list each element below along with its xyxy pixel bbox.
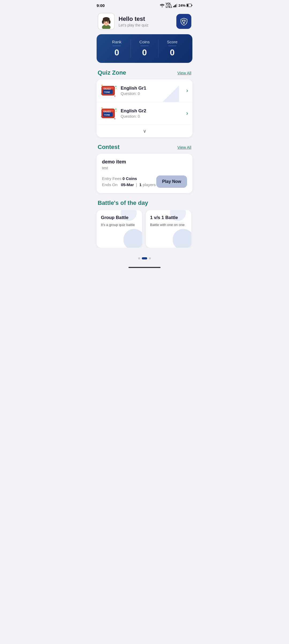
contest-fees: Entry Fees 0 Coins [102, 176, 156, 181]
svg-point-35 [101, 108, 102, 109]
score-stat: Score 0 [158, 40, 186, 57]
entry-fees-label: Entry Fees [102, 176, 121, 181]
quizz-logo-1: QUIZZ TONE [101, 84, 117, 98]
quiz-item-english-gr1[interactable]: QUIZZ TONE English Gr1 Question: 0 › [97, 79, 192, 102]
contest-title: Contest [98, 144, 120, 151]
battle-card-1v1[interactable]: 1 v/s 1 Battle Battle with one on one [146, 210, 191, 248]
score-label: Score [167, 40, 177, 44]
dot-1 [138, 257, 140, 259]
svg-line-28 [116, 88, 117, 89]
contest-view-all[interactable]: View All [177, 145, 191, 150]
separator: | [136, 182, 137, 187]
dot-2-active [142, 257, 147, 259]
subtitle: Let's play the quiz [119, 23, 149, 27]
svg-point-26 [115, 86, 116, 87]
battle-card-desc-group: It's a group quiz battle [101, 223, 138, 227]
header: Hello test Let's play the quiz [92, 10, 197, 34]
chevron-right-1: › [186, 87, 188, 94]
svg-point-37 [114, 118, 115, 119]
svg-point-17 [108, 22, 109, 24]
battle-card-name-group: Group Battle [101, 215, 138, 220]
contest-item-title: demo item [102, 159, 187, 165]
svg-text:TONE: TONE [104, 91, 110, 93]
svg-rect-1 [174, 5, 175, 7]
rank-label: Rank [112, 40, 121, 44]
svg-point-27 [114, 95, 115, 97]
signal-bars-icon [173, 3, 177, 7]
rank-value: 0 [114, 48, 119, 57]
svg-line-29 [101, 93, 101, 94]
ends-on-label: Ends On [102, 182, 117, 187]
dot-3 [149, 257, 151, 259]
contest-item-subtitle: test [102, 166, 187, 170]
greeting: Hello test [119, 16, 149, 22]
status-bar: 9:00 VOLLTE1 24% [92, 0, 197, 10]
quiz-zone-title: Quiz Zone [98, 69, 126, 76]
expand-quiz-button[interactable]: ∨ [97, 125, 192, 137]
play-now-button[interactable]: Play Now [156, 175, 187, 188]
status-time: 9:00 [97, 3, 105, 8]
home-indicator [92, 265, 197, 271]
quiz-item-english-gr2[interactable]: QUIZZ TONE English Gr2 Question: 0 › [97, 102, 192, 125]
avatar-image [99, 14, 114, 29]
svg-text:TONE: TONE [104, 114, 110, 116]
quizz-logo-2: QUIZZ TONE [101, 106, 117, 120]
svg-rect-2 [175, 5, 176, 7]
battles-scroll: Group Battle It's a group quiz battle 1 … [92, 210, 197, 248]
chevron-right-2: › [186, 110, 188, 117]
svg-point-36 [115, 109, 116, 110]
dot-indicators [92, 254, 197, 265]
battles-section: Battle's of the day Group Battle It's a … [92, 200, 197, 248]
quiz-list: QUIZZ TONE English Gr1 Question: 0 › [97, 79, 192, 137]
svg-rect-6 [192, 5, 192, 6]
header-left: Hello test Let's play the quiz [98, 13, 149, 30]
corner-deco-1 [160, 79, 179, 102]
contest-section: Contest View All demo item test Entry Fe… [92, 144, 197, 193]
players-label: players [143, 182, 155, 187]
status-icons: VOLLTE1 24% [160, 2, 192, 8]
quiz-zone-section: Quiz Zone View All QUIZZ TONE [92, 69, 197, 137]
svg-point-16 [104, 22, 105, 24]
svg-rect-0 [173, 6, 174, 7]
contest-bottom: Entry Fees 0 Coins Ends On 05-Mar | 1 pl… [102, 175, 187, 188]
contest-ends: Ends On 05-Mar | 1 players [102, 182, 156, 187]
coins-label: Coins [139, 40, 150, 44]
trophy-button[interactable] [176, 14, 191, 29]
svg-line-39 [101, 116, 101, 117]
avatar [98, 13, 115, 30]
contest-card: demo item test Entry Fees 0 Coins Ends O… [97, 154, 192, 193]
quiz-zone-view-all[interactable]: View All [177, 71, 191, 75]
battle-deco-1 [123, 229, 142, 248]
svg-line-38 [116, 111, 117, 112]
players-count: 1 [139, 182, 142, 187]
svg-rect-5 [187, 4, 188, 6]
coins-value: 0 [142, 48, 147, 57]
rank-divider [113, 46, 121, 46]
coins-stat: Coins 0 [131, 40, 159, 57]
contest-meta: Entry Fees 0 Coins Ends On 05-Mar | 1 pl… [102, 176, 156, 187]
rank-stat: Rank 0 [103, 40, 131, 57]
quiz-info-2: English Gr2 Question: 0 [121, 108, 182, 118]
header-text: Hello test Let's play the quiz [119, 16, 149, 27]
home-bar [128, 267, 161, 268]
score-value: 0 [170, 48, 175, 57]
quiz-thumb-1: QUIZZ TONE [101, 84, 117, 98]
quiz-name-2: English Gr2 [121, 108, 182, 114]
quiz-thumb-2: QUIZZ TONE [101, 106, 117, 120]
expand-icon: ∨ [143, 128, 146, 134]
svg-point-25 [101, 85, 102, 86]
wifi-icon [160, 3, 165, 7]
ends-on-date: 05-Mar [121, 182, 134, 187]
battery-text: 24% [178, 3, 185, 7]
coins-divider [140, 46, 149, 46]
battery-icon [187, 4, 192, 7]
stats-card: Rank 0 Coins 0 Score 0 [97, 34, 192, 63]
contest-header: Contest View All [92, 144, 197, 151]
svg-rect-3 [176, 4, 177, 7]
battle-card-name-1v1: 1 v/s 1 Battle [150, 215, 187, 220]
battle-deco-3 [173, 229, 191, 248]
score-divider [168, 46, 176, 46]
quiz-zone-header: Quiz Zone View All [92, 69, 197, 76]
battle-card-group[interactable]: Group Battle It's a group quiz battle [97, 210, 142, 248]
battles-title: Battle's of the day [92, 200, 197, 206]
